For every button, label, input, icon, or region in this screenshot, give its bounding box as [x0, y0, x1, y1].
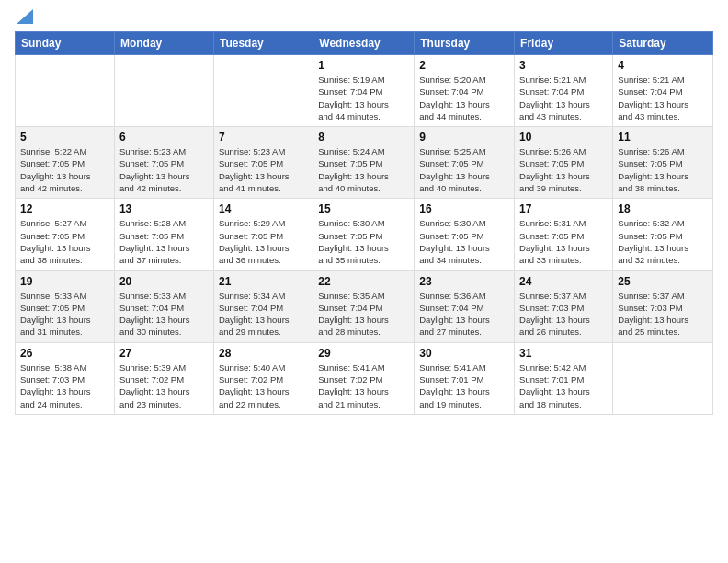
day-info: Sunrise: 5:23 AM Sunset: 7:05 PM Dayligh…	[119, 145, 209, 194]
calendar-header-row: Sunday Monday Tuesday Wednesday Thursday…	[16, 32, 713, 55]
table-row: 25Sunrise: 5:37 AM Sunset: 7:03 PM Dayli…	[613, 270, 713, 342]
day-info: Sunrise: 5:21 AM Sunset: 7:04 PM Dayligh…	[519, 74, 608, 122]
table-row	[16, 55, 115, 127]
day-info: Sunrise: 5:19 AM Sunset: 7:04 PM Dayligh…	[318, 74, 409, 122]
day-number: 9	[419, 131, 509, 144]
table-row: 21Sunrise: 5:34 AM Sunset: 7:04 PM Dayli…	[213, 270, 313, 342]
day-number: 27	[119, 347, 209, 360]
day-info: Sunrise: 5:26 AM Sunset: 7:05 PM Dayligh…	[519, 145, 608, 194]
table-row: 3Sunrise: 5:21 AM Sunset: 7:04 PM Daylig…	[515, 55, 613, 127]
day-info: Sunrise: 5:28 AM Sunset: 7:05 PM Dayligh…	[119, 217, 209, 266]
table-row: 30Sunrise: 5:41 AM Sunset: 7:01 PM Dayli…	[415, 342, 515, 414]
day-info: Sunrise: 5:33 AM Sunset: 7:05 PM Dayligh…	[20, 290, 109, 339]
calendar-week-row: 1Sunrise: 5:19 AM Sunset: 7:04 PM Daylig…	[16, 55, 713, 127]
col-sunday: Sunday	[16, 32, 115, 55]
day-number: 31	[519, 347, 608, 360]
col-friday: Friday	[515, 32, 613, 55]
day-info: Sunrise: 5:30 AM Sunset: 7:05 PM Dayligh…	[419, 217, 509, 266]
logo-triangle-icon	[17, 7, 33, 24]
table-row: 19Sunrise: 5:33 AM Sunset: 7:05 PM Dayli…	[16, 270, 115, 342]
table-row: 29Sunrise: 5:41 AM Sunset: 7:02 PM Dayli…	[313, 342, 415, 414]
day-number: 8	[318, 131, 409, 144]
table-row	[114, 55, 213, 127]
table-row: 14Sunrise: 5:29 AM Sunset: 7:05 PM Dayli…	[213, 199, 313, 270]
day-info: Sunrise: 5:33 AM Sunset: 7:04 PM Dayligh…	[119, 290, 209, 339]
day-number: 20	[119, 275, 209, 288]
table-row: 6Sunrise: 5:23 AM Sunset: 7:05 PM Daylig…	[114, 127, 213, 199]
calendar-week-row: 26Sunrise: 5:38 AM Sunset: 7:03 PM Dayli…	[16, 342, 713, 414]
day-number: 25	[618, 275, 708, 288]
day-info: Sunrise: 5:42 AM Sunset: 7:01 PM Dayligh…	[519, 362, 608, 410]
day-info: Sunrise: 5:37 AM Sunset: 7:03 PM Dayligh…	[618, 290, 708, 339]
day-number: 6	[119, 131, 209, 144]
day-info: Sunrise: 5:26 AM Sunset: 7:05 PM Dayligh…	[618, 145, 708, 194]
day-number: 11	[618, 131, 708, 144]
table-row: 13Sunrise: 5:28 AM Sunset: 7:05 PM Dayli…	[114, 199, 213, 270]
day-info: Sunrise: 5:30 AM Sunset: 7:05 PM Dayligh…	[318, 217, 409, 266]
table-row: 17Sunrise: 5:31 AM Sunset: 7:05 PM Dayli…	[515, 199, 613, 270]
table-row	[213, 55, 313, 127]
table-row: 28Sunrise: 5:40 AM Sunset: 7:02 PM Dayli…	[213, 342, 313, 414]
day-info: Sunrise: 5:25 AM Sunset: 7:05 PM Dayligh…	[419, 145, 509, 194]
day-number: 18	[618, 202, 708, 215]
day-info: Sunrise: 5:31 AM Sunset: 7:05 PM Dayligh…	[519, 217, 608, 266]
day-number: 14	[219, 202, 308, 215]
table-row: 23Sunrise: 5:36 AM Sunset: 7:04 PM Dayli…	[415, 270, 515, 342]
table-row: 31Sunrise: 5:42 AM Sunset: 7:01 PM Dayli…	[515, 342, 613, 414]
day-info: Sunrise: 5:35 AM Sunset: 7:04 PM Dayligh…	[318, 290, 409, 339]
day-number: 10	[519, 131, 608, 144]
day-number: 24	[519, 275, 608, 288]
day-number: 5	[20, 131, 109, 144]
table-row: 16Sunrise: 5:30 AM Sunset: 7:05 PM Dayli…	[415, 199, 515, 270]
day-number: 4	[618, 59, 708, 72]
table-row: 22Sunrise: 5:35 AM Sunset: 7:04 PM Dayli…	[313, 270, 415, 342]
day-info: Sunrise: 5:23 AM Sunset: 7:05 PM Dayligh…	[219, 145, 308, 194]
day-info: Sunrise: 5:29 AM Sunset: 7:05 PM Dayligh…	[219, 217, 308, 266]
col-tuesday: Tuesday	[213, 32, 313, 55]
day-number: 1	[318, 59, 409, 72]
page-header	[15, 11, 713, 24]
table-row: 10Sunrise: 5:26 AM Sunset: 7:05 PM Dayli…	[515, 127, 613, 199]
logo	[15, 11, 33, 24]
day-number: 7	[219, 131, 308, 144]
day-info: Sunrise: 5:24 AM Sunset: 7:05 PM Dayligh…	[318, 145, 409, 194]
col-saturday: Saturday	[613, 32, 713, 55]
day-info: Sunrise: 5:22 AM Sunset: 7:05 PM Dayligh…	[20, 145, 109, 194]
col-thursday: Thursday	[415, 32, 515, 55]
table-row: 9Sunrise: 5:25 AM Sunset: 7:05 PM Daylig…	[415, 127, 515, 199]
table-row: 7Sunrise: 5:23 AM Sunset: 7:05 PM Daylig…	[213, 127, 313, 199]
day-info: Sunrise: 5:20 AM Sunset: 7:04 PM Dayligh…	[419, 74, 509, 122]
table-row: 15Sunrise: 5:30 AM Sunset: 7:05 PM Dayli…	[313, 199, 415, 270]
day-number: 12	[20, 202, 109, 215]
day-number: 30	[419, 347, 509, 360]
table-row: 26Sunrise: 5:38 AM Sunset: 7:03 PM Dayli…	[16, 342, 115, 414]
table-row: 24Sunrise: 5:37 AM Sunset: 7:03 PM Dayli…	[515, 270, 613, 342]
day-number: 22	[318, 275, 409, 288]
day-number: 15	[318, 202, 409, 215]
day-info: Sunrise: 5:40 AM Sunset: 7:02 PM Dayligh…	[219, 362, 308, 410]
table-row: 11Sunrise: 5:26 AM Sunset: 7:05 PM Dayli…	[613, 127, 713, 199]
day-number: 3	[519, 59, 608, 72]
day-info: Sunrise: 5:41 AM Sunset: 7:02 PM Dayligh…	[318, 362, 409, 410]
day-number: 13	[119, 202, 209, 215]
day-info: Sunrise: 5:27 AM Sunset: 7:05 PM Dayligh…	[20, 217, 109, 266]
page-container: Sunday Monday Tuesday Wednesday Thursday…	[0, 0, 728, 422]
table-row: 12Sunrise: 5:27 AM Sunset: 7:05 PM Dayli…	[16, 199, 115, 270]
calendar-table: Sunday Monday Tuesday Wednesday Thursday…	[15, 31, 713, 415]
table-row: 18Sunrise: 5:32 AM Sunset: 7:05 PM Dayli…	[613, 199, 713, 270]
day-info: Sunrise: 5:39 AM Sunset: 7:02 PM Dayligh…	[119, 362, 209, 410]
day-number: 17	[519, 202, 608, 215]
col-monday: Monday	[114, 32, 213, 55]
svg-marker-0	[17, 9, 33, 24]
table-row: 8Sunrise: 5:24 AM Sunset: 7:05 PM Daylig…	[313, 127, 415, 199]
table-row	[613, 342, 713, 414]
day-info: Sunrise: 5:32 AM Sunset: 7:05 PM Dayligh…	[618, 217, 708, 266]
day-number: 23	[419, 275, 509, 288]
day-info: Sunrise: 5:21 AM Sunset: 7:04 PM Dayligh…	[618, 74, 708, 122]
day-number: 21	[219, 275, 308, 288]
table-row: 1Sunrise: 5:19 AM Sunset: 7:04 PM Daylig…	[313, 55, 415, 127]
day-info: Sunrise: 5:36 AM Sunset: 7:04 PM Dayligh…	[419, 290, 509, 339]
day-info: Sunrise: 5:41 AM Sunset: 7:01 PM Dayligh…	[419, 362, 509, 410]
day-number: 28	[219, 347, 308, 360]
day-number: 29	[318, 347, 409, 360]
